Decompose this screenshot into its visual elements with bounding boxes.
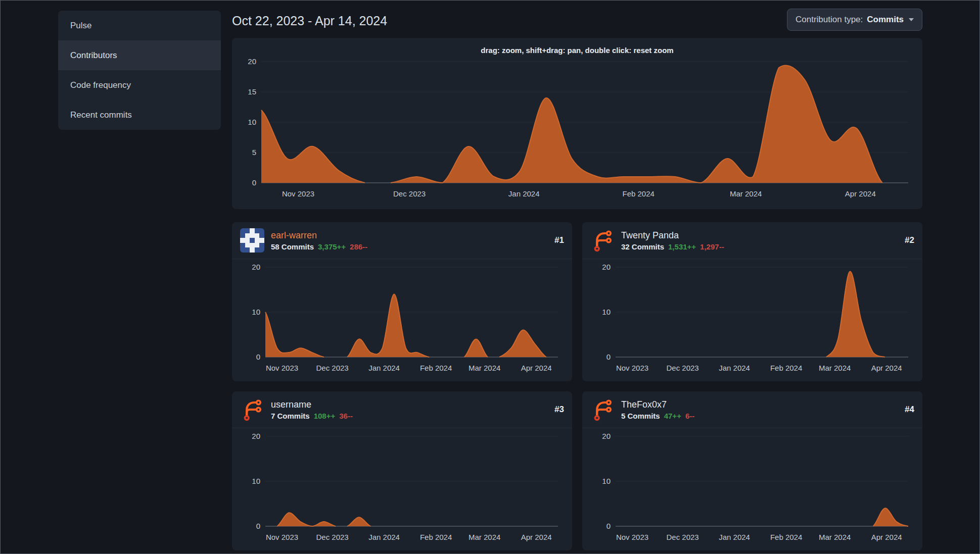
rank-badge: #3 — [554, 405, 564, 415]
deletions-count: 1,297-- — [700, 242, 724, 251]
sidebar-item-recent-commits[interactable]: Recent commits — [58, 100, 221, 130]
contribution-type-value: Commits — [867, 15, 904, 25]
svg-text:Nov 2023: Nov 2023 — [266, 364, 298, 372]
commits-area-chart[interactable]: 05101520Nov 2023Dec 2023Jan 2024Feb 2024… — [241, 56, 913, 205]
svg-text:Feb 2024: Feb 2024 — [420, 533, 452, 541]
contribution-type-dropdown[interactable]: Contribution type: Commits — [787, 9, 922, 31]
svg-text:Mar 2024: Mar 2024 — [730, 189, 762, 198]
svg-text:Jan 2024: Jan 2024 — [368, 364, 400, 372]
contributor-area-chart[interactable]: 01020Nov 2023Dec 2023Jan 2024Feb 2024Mar… — [240, 430, 564, 546]
main-chart-card: drag: zoom, shift+drag: pan, double clic… — [232, 38, 922, 209]
identicon-avatar[interactable] — [240, 228, 264, 253]
svg-text:Nov 2023: Nov 2023 — [266, 533, 298, 541]
contributor-area-chart[interactable]: 01020Nov 2023Dec 2023Jan 2024Feb 2024Mar… — [240, 261, 564, 377]
svg-text:Apr 2024: Apr 2024 — [871, 533, 902, 541]
svg-text:10: 10 — [602, 308, 611, 316]
content-header: Oct 22, 2023 - Apr 14, 2024 Contribution… — [232, 1, 922, 31]
contributor-card: earl-warren 58 Commits 3,375++ 286-- #1 … — [232, 222, 572, 381]
activity-page: Pulse Contributors Code frequency Recent… — [0, 0, 980, 554]
forgejo-logo-avatar — [590, 397, 615, 422]
chart-wrap: 01020Nov 2023Dec 2023Jan 2024Feb 2024Mar… — [582, 428, 922, 546]
svg-text:Nov 2023: Nov 2023 — [616, 364, 648, 372]
contributor-stats: 58 Commits 3,375++ 286-- — [271, 242, 367, 251]
svg-text:Feb 2024: Feb 2024 — [770, 364, 802, 372]
svg-text:0: 0 — [256, 352, 260, 361]
contributor-card: Twenty Panda 32 Commits 1,531++ 1,297-- … — [582, 222, 922, 381]
svg-text:Jan 2024: Jan 2024 — [368, 533, 400, 541]
sidebar-item-contributors[interactable]: Contributors — [58, 40, 221, 70]
svg-text:Dec 2023: Dec 2023 — [316, 533, 348, 541]
svg-text:5: 5 — [252, 148, 256, 157]
rank-badge: #2 — [905, 235, 914, 245]
sidebar-item-code-frequency[interactable]: Code frequency — [58, 70, 221, 100]
chart-hint: drag: zoom, shift+drag: pan, double clic… — [241, 46, 913, 55]
svg-text:20: 20 — [252, 432, 260, 440]
svg-text:Mar 2024: Mar 2024 — [469, 364, 500, 372]
contributor-stats: 5 Commits 47++ 6-- — [621, 412, 694, 420]
chart-wrap: 01020Nov 2023Dec 2023Jan 2024Feb 2024Mar… — [232, 259, 572, 377]
svg-text:20: 20 — [602, 263, 611, 271]
activity-sidebar: Pulse Contributors Code frequency Recent… — [58, 11, 221, 130]
additions-count: 108++ — [314, 412, 336, 420]
additions-count: 1,531++ — [668, 242, 696, 251]
contributor-stats: 32 Commits 1,531++ 1,297-- — [621, 242, 724, 251]
svg-text:Feb 2024: Feb 2024 — [623, 189, 655, 198]
svg-text:Nov 2023: Nov 2023 — [616, 533, 648, 541]
contributor-area-chart[interactable]: 01020Nov 2023Dec 2023Jan 2024Feb 2024Mar… — [590, 430, 914, 546]
chart-wrap: 01020Nov 2023Dec 2023Jan 2024Feb 2024Mar… — [232, 428, 572, 546]
svg-text:0: 0 — [606, 522, 611, 530]
svg-text:Jan 2024: Jan 2024 — [719, 364, 750, 372]
svg-text:Feb 2024: Feb 2024 — [770, 533, 802, 541]
svg-text:15: 15 — [248, 87, 256, 96]
svg-text:Dec 2023: Dec 2023 — [666, 533, 698, 541]
contributor-identity: earl-warren 58 Commits 3,375++ 286-- — [271, 230, 367, 251]
svg-text:Dec 2023: Dec 2023 — [316, 364, 348, 372]
contributor-header: username 7 Commits 108++ 36-- #3 — [232, 391, 572, 428]
rank-badge: #4 — [905, 405, 914, 415]
svg-text:Dec 2023: Dec 2023 — [393, 189, 426, 198]
contributor-area-chart[interactable]: 01020Nov 2023Dec 2023Jan 2024Feb 2024Mar… — [590, 261, 914, 377]
svg-text:10: 10 — [252, 308, 260, 316]
contributor-identity: TheFox0x7 5 Commits 47++ 6-- — [621, 399, 694, 420]
contributor-name-0[interactable]: earl-warren — [271, 230, 367, 241]
contributor-card: TheFox0x7 5 Commits 47++ 6-- #4 01020Nov… — [582, 391, 922, 550]
chevron-down-icon — [909, 18, 914, 21]
svg-text:20: 20 — [602, 432, 611, 440]
commit-count: 32 Commits — [621, 242, 664, 251]
svg-text:Feb 2024: Feb 2024 — [420, 364, 452, 372]
svg-text:Apr 2024: Apr 2024 — [845, 189, 876, 198]
svg-text:20: 20 — [248, 57, 256, 66]
sidebar-item-label: Recent commits — [70, 110, 132, 120]
svg-text:10: 10 — [602, 477, 611, 485]
svg-text:Apr 2024: Apr 2024 — [871, 364, 902, 372]
sidebar-item-pulse[interactable]: Pulse — [58, 11, 221, 40]
svg-text:20: 20 — [252, 263, 260, 271]
sidebar-item-label: Contributors — [70, 51, 117, 61]
forgejo-logo-avatar — [240, 397, 264, 422]
contributor-name-2: username — [271, 399, 353, 410]
svg-text:Mar 2024: Mar 2024 — [819, 364, 851, 372]
svg-text:Apr 2024: Apr 2024 — [521, 533, 552, 541]
deletions-count: 36-- — [339, 412, 353, 420]
svg-text:Nov 2023: Nov 2023 — [282, 189, 314, 198]
contributor-header: earl-warren 58 Commits 3,375++ 286-- #1 — [232, 222, 572, 259]
contribution-type-label: Contribution type: — [796, 15, 863, 25]
sidebar-item-label: Code frequency — [70, 80, 131, 90]
contributor-identity: username 7 Commits 108++ 36-- — [271, 399, 353, 420]
svg-text:0: 0 — [252, 178, 256, 187]
contributors-grid: earl-warren 58 Commits 3,375++ 286-- #1 … — [232, 222, 922, 550]
svg-text:0: 0 — [256, 522, 260, 530]
contributor-header: Twenty Panda 32 Commits 1,531++ 1,297-- … — [582, 222, 922, 259]
svg-text:10: 10 — [248, 118, 256, 126]
sidebar-item-label: Pulse — [70, 21, 92, 31]
date-range-title: Oct 22, 2023 - Apr 14, 2024 — [232, 14, 387, 28]
contributor-name-3: TheFox0x7 — [621, 399, 694, 410]
contributor-identity: Twenty Panda 32 Commits 1,531++ 1,297-- — [621, 230, 724, 251]
activity-menu: Pulse Contributors Code frequency Recent… — [58, 11, 221, 130]
additions-count: 47++ — [664, 412, 681, 420]
commit-count: 7 Commits — [271, 412, 310, 420]
svg-text:Mar 2024: Mar 2024 — [469, 533, 500, 541]
deletions-count: 6-- — [685, 412, 694, 420]
commit-count: 5 Commits — [621, 412, 660, 420]
contributor-card: username 7 Commits 108++ 36-- #3 01020No… — [232, 391, 572, 550]
